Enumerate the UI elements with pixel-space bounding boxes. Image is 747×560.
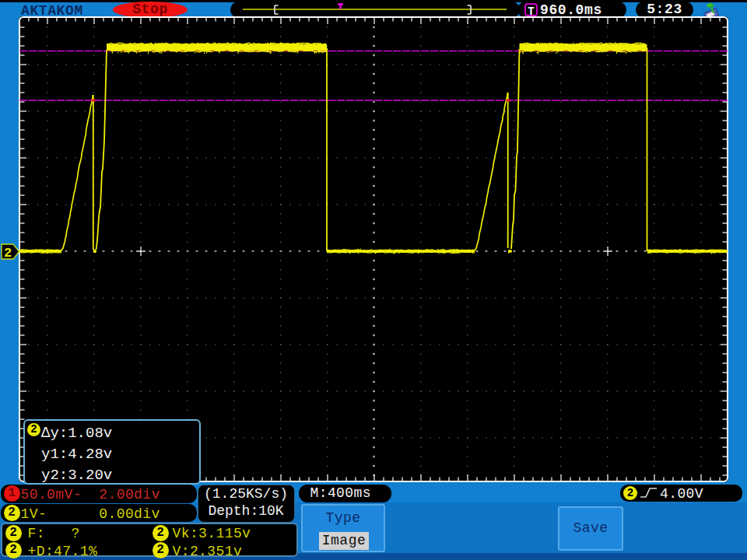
svg-text:2: 2 [4,245,12,260]
